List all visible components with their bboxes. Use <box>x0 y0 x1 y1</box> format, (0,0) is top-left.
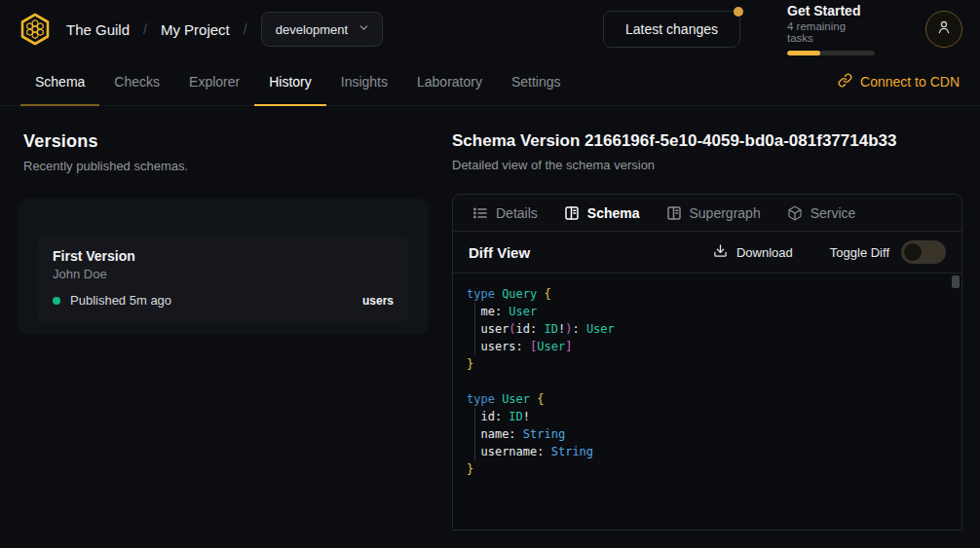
version-detail-panel: Schema Version 2166196f-5e10-4059-bd0a-0… <box>452 131 962 530</box>
primary-nav: Schema Checks Explorer History Insights … <box>0 58 980 106</box>
nav-tab-laboratory[interactable]: Laboratory <box>402 58 497 106</box>
versions-subtitle: Recently published schemas. <box>23 159 429 173</box>
breadcrumb-project[interactable]: My Project <box>161 21 230 38</box>
indent-guide <box>474 303 475 355</box>
scrollbar-thumb[interactable] <box>952 275 960 288</box>
published-status-dot <box>53 297 60 305</box>
version-author: John Doe <box>53 267 394 281</box>
get-started-widget[interactable]: Get Started 4 remaining tasks <box>787 3 875 55</box>
notification-dot <box>734 7 743 17</box>
schema-viewer-panel: Details Schema <box>452 194 962 530</box>
nav-tab-checks[interactable]: Checks <box>99 58 174 106</box>
version-detail-subtitle: Detailed view of the schema version <box>452 158 962 172</box>
breadcrumb-separator: / <box>143 21 147 37</box>
versions-title: Versions <box>23 131 429 152</box>
app-header: The Guild / My Project / development Lat… <box>0 0 980 58</box>
version-name: First Version <box>53 248 394 264</box>
main-content: Versions Recently published schemas. Fir… <box>0 106 980 530</box>
person-icon <box>935 18 953 40</box>
diff-view-title: Diff View <box>469 244 530 261</box>
nav-tab-explorer[interactable]: Explorer <box>174 58 254 106</box>
link-icon <box>838 73 852 91</box>
columns-icon <box>666 205 682 221</box>
nav-tab-schema[interactable]: Schema <box>20 58 99 106</box>
breadcrumb-org[interactable]: The Guild <box>66 21 130 38</box>
tab-schema[interactable]: Schema <box>564 205 640 221</box>
latest-changes-label: Latest changes <box>625 21 718 37</box>
versions-card: First Version John Doe Published 5m ago … <box>18 199 429 335</box>
get-started-progressbar <box>787 51 875 55</box>
list-icon <box>472 205 488 221</box>
version-list-item[interactable]: First Version John Doe Published 5m ago … <box>37 236 409 322</box>
download-icon <box>713 243 728 261</box>
columns-icon <box>564 205 580 221</box>
get-started-subtitle: 4 remaining tasks <box>787 20 875 44</box>
environment-selector[interactable]: development <box>261 12 383 47</box>
chevron-down-icon <box>358 21 370 37</box>
version-status: Published 5m ago <box>70 293 171 308</box>
nav-tab-insights[interactable]: Insights <box>326 58 402 106</box>
box-icon <box>787 205 803 221</box>
user-avatar-button[interactable] <box>925 11 962 48</box>
toggle-diff-knob <box>904 243 922 261</box>
code-lines: type Query { me: User user(id: ID!): Use… <box>467 285 948 478</box>
code-viewer: type Query { me: User user(id: ID!): Use… <box>453 274 961 530</box>
service-badge: users <box>362 294 394 308</box>
indent-guide <box>474 408 475 460</box>
guild-hive-logo-icon[interactable] <box>18 12 53 47</box>
download-label: Download <box>736 245 793 260</box>
get-started-title: Get Started <box>787 3 875 18</box>
connect-to-cdn-link[interactable]: Connect to CDN <box>838 58 960 105</box>
get-started-progress-fill <box>787 51 820 55</box>
latest-changes-button[interactable]: Latest changes <box>603 11 740 48</box>
tab-service[interactable]: Service <box>787 205 856 221</box>
toggle-diff-switch[interactable] <box>901 240 946 264</box>
download-button[interactable]: Download <box>713 243 793 261</box>
nav-tab-settings[interactable]: Settings <box>497 58 576 106</box>
versions-panel: Versions Recently published schemas. Fir… <box>23 131 429 530</box>
breadcrumb-separator: / <box>244 21 247 37</box>
breadcrumb: The Guild / My Project / <box>66 21 247 38</box>
version-detail-title: Schema Version 2166196f-5e10-4059-bd0a-0… <box>452 131 962 151</box>
toggle-diff-label: Toggle Diff <box>830 245 889 260</box>
diff-view-header: Diff View Download Toggle Diff <box>453 232 961 274</box>
environment-selector-value: development <box>276 22 348 37</box>
nav-tab-history[interactable]: History <box>254 58 326 106</box>
connect-to-cdn-label: Connect to CDN <box>860 74 960 90</box>
tab-supergraph[interactable]: Supergraph <box>666 205 761 221</box>
detail-tabs: Details Schema <box>453 195 961 232</box>
tab-details[interactable]: Details <box>472 205 538 221</box>
